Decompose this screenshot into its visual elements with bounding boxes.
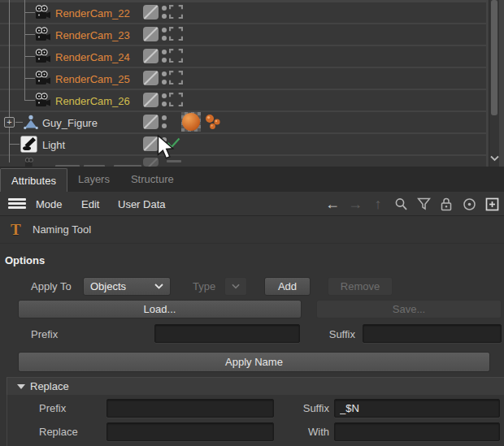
enable-toggle-icon[interactable]	[143, 5, 159, 19]
naming-tool-icon: T	[11, 221, 24, 239]
visibility-dots-icon[interactable]	[162, 28, 167, 44]
visibility-dots-icon[interactable]	[162, 6, 167, 22]
replace-search-input[interactable]	[106, 422, 274, 441]
mouse-cursor	[157, 135, 175, 160]
camera-icon	[34, 93, 52, 107]
add-button[interactable]: Add	[264, 277, 311, 296]
enable-toggle-icon[interactable]	[143, 93, 159, 107]
material-sphere-icon	[182, 113, 200, 131]
visibility-dots-icon[interactable]	[162, 93, 167, 110]
options-heading: Options	[5, 254, 45, 266]
replace-section-title: Replace	[30, 380, 69, 392]
selection-bracket-icon[interactable]	[169, 71, 183, 84]
tab-bar: Attributes Layers Structure	[0, 167, 504, 192]
enable-toggle-icon[interactable]	[143, 27, 159, 41]
figure-icon	[23, 115, 39, 130]
scroll-down-icon[interactable]	[489, 152, 500, 165]
enable-toggle-icon[interactable]	[143, 49, 159, 63]
object-row-partial	[0, 156, 504, 167]
camera-icon	[34, 71, 52, 85]
object-label[interactable]: RenderCam_23	[55, 28, 130, 41]
suffix-input[interactable]	[363, 324, 502, 343]
tab-structure[interactable]: Structure	[120, 167, 185, 192]
type-label: Type	[193, 280, 215, 292]
scrollbar-thumb[interactable]	[491, 0, 497, 115]
apply-to-value: Objects	[90, 280, 154, 292]
replace-prefix-label: Prefix	[39, 402, 66, 414]
camera-icon	[34, 49, 52, 63]
object-label[interactable]: Guy_Figure	[42, 116, 98, 128]
type-dropdown	[224, 277, 247, 296]
enable-toggle-icon[interactable]	[143, 71, 159, 85]
visibility-dots-icon[interactable]	[162, 50, 167, 66]
dim-icon	[167, 160, 181, 162]
camera-icon	[34, 27, 52, 41]
lock-icon[interactable]	[437, 195, 455, 213]
object-row-light[interactable]: Light	[0, 134, 504, 154]
replace-search-label: Replace	[39, 426, 78, 438]
object-row-rendercam-23[interactable]: RenderCam_23	[0, 24, 504, 45]
object-row-rendercam-22[interactable]: RenderCam_22	[0, 2, 504, 23]
menu-bar: Mode Edit User Data ← → ↑	[0, 192, 504, 216]
visibility-dots-icon[interactable]	[162, 115, 167, 132]
tab-label: Attributes	[11, 175, 56, 187]
tool-title: Naming Tool	[33, 223, 91, 236]
selection-bracket-icon[interactable]	[169, 93, 183, 106]
object-label[interactable]: RenderCam_22	[55, 6, 130, 19]
menu-toolbar: ← → ↑	[324, 192, 501, 216]
new-panel-icon[interactable]	[483, 195, 501, 213]
object-row-rendercam-24[interactable]: RenderCam_24	[0, 46, 504, 67]
replace-section-header[interactable]: Replace	[7, 377, 504, 395]
light-icon	[20, 136, 37, 153]
camera-icon	[34, 5, 52, 19]
chevron-down-icon	[232, 284, 240, 289]
expand-plus-icon[interactable]: +	[4, 117, 15, 128]
tab-attributes[interactable]: Attributes	[0, 168, 67, 192]
chevron-down-icon	[154, 284, 163, 289]
menu-mode[interactable]: Mode	[36, 192, 63, 216]
hamburger-menu-icon[interactable]	[8, 198, 26, 210]
up-arrow-icon[interactable]: ↑	[369, 195, 387, 213]
prefix-input[interactable]	[154, 324, 300, 343]
filter-icon[interactable]	[415, 195, 432, 213]
object-label[interactable]: RenderCam_25	[55, 72, 130, 84]
prefix-label: Prefix	[31, 328, 58, 340]
forward-arrow-icon[interactable]: →	[346, 195, 364, 213]
menu-edit[interactable]: Edit	[81, 192, 99, 216]
apply-name-button[interactable]: Apply Name	[18, 352, 490, 372]
replace-with-label: With	[293, 426, 329, 438]
apply-to-label: Apply To	[31, 280, 72, 292]
remove-button: Remove	[328, 277, 393, 296]
object-row-rendercam-26[interactable]: RenderCam_26	[0, 90, 504, 110]
selection-bracket-icon[interactable]	[169, 5, 183, 19]
material-thumbnail[interactable]	[181, 112, 201, 132]
object-label[interactable]: RenderCam_24	[55, 50, 130, 63]
load-button[interactable]: Load...	[18, 300, 302, 318]
replace-suffix-input[interactable]	[334, 399, 500, 418]
apply-to-dropdown[interactable]: Objects	[83, 277, 171, 296]
save-button: Save...	[316, 300, 502, 318]
visibility-dots-icon[interactable]	[162, 71, 167, 88]
enable-toggle-icon[interactable]	[143, 115, 159, 129]
camera-icon	[21, 158, 39, 167]
menu-user-data[interactable]: User Data	[118, 192, 166, 216]
tab-label: Layers	[78, 173, 110, 185]
replace-with-input[interactable]	[334, 422, 500, 441]
search-icon[interactable]	[392, 195, 410, 213]
replace-prefix-input[interactable]	[106, 399, 274, 418]
attributes-panel: Attributes Layers Structure Mode Edit Us…	[0, 167, 504, 446]
object-row-rendercam-25[interactable]: RenderCam_25	[0, 68, 504, 89]
tab-layers[interactable]: Layers	[67, 167, 120, 192]
vertical-scrollbar[interactable]	[489, 0, 499, 167]
object-row-guy-figure[interactable]: + Guy_Figure	[0, 112, 504, 132]
replace-suffix-label: Suffix	[293, 402, 329, 414]
object-label[interactable]: Light	[42, 138, 65, 150]
selection-bracket-icon[interactable]	[169, 49, 183, 63]
suffix-label: Suffix	[321, 328, 355, 340]
selection-bracket-icon[interactable]	[169, 27, 183, 41]
target-icon[interactable]	[460, 195, 478, 213]
tool-header: T Naming Tool	[0, 216, 504, 244]
dynamics-tag-icon[interactable]	[204, 114, 222, 131]
back-arrow-icon[interactable]: ←	[324, 195, 341, 213]
object-label-selected[interactable]: RenderCam_26	[55, 94, 130, 106]
